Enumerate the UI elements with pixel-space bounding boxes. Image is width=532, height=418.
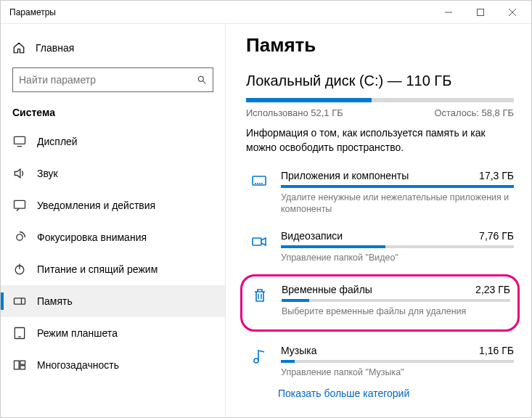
power-icon (12, 262, 27, 276)
category-videos[interactable]: Видеозаписи7,76 ГБ Управление папкой "Ви… (246, 227, 514, 269)
svg-rect-8 (15, 200, 25, 208)
svg-line-5 (203, 81, 206, 84)
window-controls (433, 1, 528, 23)
home-button[interactable]: Главная (1, 36, 225, 60)
nav-item-storage[interactable]: Память (1, 285, 225, 317)
window-title: Параметры (9, 7, 433, 17)
nav-label: Уведомления и действия (37, 200, 155, 211)
nav-item-tablet[interactable]: Режим планшета (1, 317, 225, 349)
cat-size: 17,3 ГБ (479, 170, 514, 181)
nav-label: Многозадачность (37, 359, 119, 371)
maximize-button[interactable] (465, 1, 496, 23)
storage-icon (12, 294, 27, 308)
svg-rect-17 (20, 361, 25, 364)
home-icon (12, 41, 25, 54)
cat-bar (281, 185, 514, 188)
svg-rect-22 (259, 183, 261, 184)
show-more-link[interactable]: Показать больше категорий (246, 388, 514, 399)
svg-point-4 (198, 76, 203, 81)
multitasking-icon (12, 358, 27, 372)
nav-item-power[interactable]: Питание и спящий режим (1, 253, 225, 285)
nav-label: Фокусировка внимания (37, 231, 147, 243)
cat-desc: Управление папкой "Видео" (281, 252, 514, 264)
nav-item-focus[interactable]: Фокусировка внимания (1, 221, 225, 253)
home-label: Главная (36, 42, 74, 54)
notifications-icon (12, 198, 27, 213)
cat-name: Приложения и компоненты (281, 170, 409, 181)
disk-title: Локальный диск (C:) — 110 ГБ (246, 73, 514, 89)
cat-bar (281, 360, 514, 363)
disk-usage-bar (246, 98, 514, 102)
svg-rect-23 (261, 183, 263, 184)
nav-label: Звук (37, 168, 58, 179)
search-icon (197, 75, 207, 85)
svg-rect-20 (255, 183, 256, 184)
svg-rect-18 (20, 366, 25, 369)
free-text: Осталось: 58,8 ГБ (434, 107, 514, 118)
sidebar-section-title: Система (1, 99, 225, 126)
close-button[interactable] (496, 1, 528, 23)
disk-usage-fill (246, 98, 372, 102)
used-text: Использовано 52,1 ГБ (246, 107, 343, 118)
music-icon (249, 346, 269, 366)
svg-rect-12 (15, 298, 25, 304)
nav-label: Питание и спящий режим (37, 263, 157, 275)
sidebar-nav: Дисплей Звук Уведомления и действия Фоку… (1, 126, 225, 417)
tablet-icon (12, 326, 27, 340)
svg-rect-1 (478, 9, 484, 15)
trash-icon (250, 285, 270, 306)
cat-name: Видеозаписи (281, 230, 343, 242)
content-area: Память Локальный диск (C:) — 110 ГБ Испо… (226, 24, 531, 417)
cat-desc: Управление папкой "Музыка" (281, 366, 514, 379)
nav-item-notifications[interactable]: Уведомления и действия (1, 189, 225, 221)
cat-desc: Удалите ненужные или нежелательные прило… (281, 192, 514, 216)
category-music[interactable]: Музыка1,16 ГБ Управление папкой "Музыка" (246, 342, 514, 383)
svg-point-27 (254, 358, 258, 363)
video-icon (249, 231, 269, 252)
cat-desc: Выберите временные файлы для удаления (282, 306, 510, 318)
cat-size: 1,16 ГБ (479, 345, 514, 356)
category-temp-files[interactable]: Временные файлы2,23 ГБ Выберите временны… (247, 281, 510, 322)
cat-name: Временные файлы (282, 284, 372, 295)
apps-icon (249, 171, 269, 192)
svg-rect-16 (15, 361, 20, 369)
minimize-button[interactable] (433, 1, 465, 23)
display-icon (12, 134, 27, 149)
settings-window: Параметры Главная Система Дисплей (0, 0, 532, 418)
search-box[interactable] (12, 67, 213, 92)
search-input[interactable] (19, 74, 197, 86)
category-apps[interactable]: Приложения и компоненты17,3 ГБ Удалите н… (246, 167, 514, 221)
nav-item-display[interactable]: Дисплей (1, 126, 225, 157)
cat-size: 2,23 ГБ (475, 284, 510, 295)
sound-icon (12, 166, 27, 181)
focus-icon (12, 230, 27, 245)
svg-rect-21 (257, 183, 258, 184)
cat-size: 7,76 ГБ (479, 230, 514, 242)
category-list: Приложения и компоненты17,3 ГБ Удалите н… (246, 167, 514, 383)
svg-rect-6 (15, 136, 25, 144)
svg-rect-24 (253, 238, 261, 245)
sidebar: Главная Система Дисплей Звук Уведомления (1, 24, 226, 417)
titlebar: Параметры (1, 1, 531, 24)
cat-bar (281, 245, 514, 248)
nav-item-sound[interactable]: Звук (1, 157, 225, 189)
svg-point-9 (17, 234, 22, 240)
cat-bar (282, 299, 510, 302)
info-text: Информация о том, как используется памят… (246, 126, 514, 155)
cat-name: Музыка (281, 345, 317, 356)
nav-label: Дисплей (37, 136, 78, 147)
nav-label: Память (37, 295, 73, 307)
highlight-annotation: Временные файлы2,23 ГБ Выберите временны… (240, 274, 520, 332)
page-title: Память (246, 34, 514, 57)
nav-item-multitasking[interactable]: Многозадачность (1, 349, 225, 381)
nav-label: Режим планшета (37, 327, 118, 339)
